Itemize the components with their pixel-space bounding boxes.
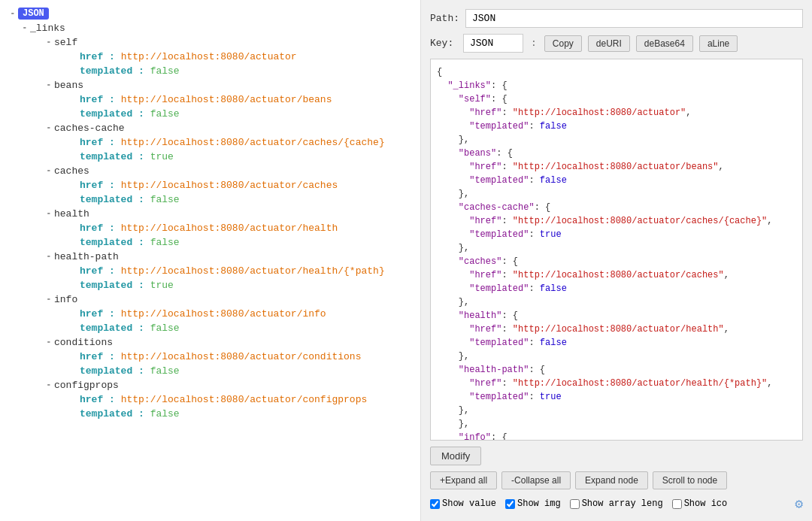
caches-cache-row[interactable]: ⁃ caches-cache — [41, 121, 420, 135]
root-label: JSON — [18, 8, 49, 20]
caches-href-key: href : — [80, 180, 115, 191]
conditions-label: conditions — [54, 337, 113, 348]
conditions-row[interactable]: ⁃ conditions — [41, 335, 420, 350]
key-input[interactable] — [463, 34, 523, 53]
health-templated-value: false — [150, 237, 180, 248]
conditions-href-value[interactable]: http://localhost:8080/actuator/condition… — [121, 351, 362, 362]
health-href-value[interactable]: http://localhost:8080/actuator/health — [121, 223, 338, 234]
links-row[interactable]: ⁃ _links — [17, 21, 420, 35]
beans-href-row: href : http://localhost:8080/actuator/be… — [77, 92, 420, 107]
health-href-row: href : http://localhost:8080/actuator/he… — [77, 221, 420, 235]
caches-cache-href-value[interactable]: http://localhost:8080/actuator/caches/{c… — [121, 137, 385, 148]
health-path-toggle[interactable]: ⁃ — [44, 252, 54, 262]
health-path-href-row: href : http://localhost:8080/actuator/he… — [77, 264, 420, 278]
configprops-templated-key: templated : — [80, 408, 144, 420]
right-panel: Path: Key: : Copy deURI deBase64 aLine {… — [421, 0, 812, 521]
self-toggle[interactable]: ⁃ — [44, 38, 54, 48]
show-array-leng-checkbox-label[interactable]: Show array leng — [570, 498, 663, 509]
configprops-row[interactable]: ⁃ configprops — [41, 378, 420, 392]
root-toggle[interactable]: ⁃ — [8, 8, 18, 19]
self-href-key: href : — [80, 51, 115, 62]
info-row[interactable]: ⁃ info — [41, 292, 420, 307]
show-ico-checkbox[interactable] — [672, 499, 682, 509]
show-array-leng-label: Show array leng — [582, 498, 663, 509]
health-path-href-value[interactable]: http://localhost:8080/actuator/health/{*… — [121, 265, 385, 277]
health-label: health — [54, 208, 89, 220]
caches-templated-value: false — [150, 194, 180, 205]
aline-button[interactable]: aLine — [699, 35, 738, 52]
key-label: Key: — [430, 38, 457, 49]
show-img-checkbox[interactable] — [505, 499, 515, 509]
expand-all-button[interactable]: +Expand all — [430, 471, 497, 489]
health-href-key: href : — [80, 223, 115, 234]
path-input[interactable] — [465, 9, 803, 28]
info-href-value[interactable]: http://localhost:8080/actuator/info — [121, 308, 326, 320]
health-row[interactable]: ⁃ health — [41, 207, 420, 221]
key-row: Key: : Copy deURI deBase64 aLine — [430, 34, 803, 53]
health-path-href-key: href : — [80, 265, 115, 277]
configprops-href-row: href : http://localhost:8080/actuator/co… — [77, 392, 420, 407]
beans-row[interactable]: ⁃ beans — [41, 78, 420, 92]
settings-icon[interactable]: ⚙ — [795, 495, 803, 512]
caches-row[interactable]: ⁃ caches — [41, 164, 420, 178]
health-path-templated-value: true — [150, 280, 174, 291]
health-templated-row: templated : false — [77, 235, 420, 250]
health-path-templated-row: templated : true — [77, 278, 420, 292]
show-ico-checkbox-label[interactable]: Show ico — [672, 498, 728, 509]
caches-cache-label: caches-cache — [54, 123, 125, 134]
collapse-all-button[interactable]: -Collapse all — [501, 471, 571, 489]
show-value-label: Show value — [442, 498, 496, 509]
caches-cache-templated-key: templated : — [80, 151, 144, 162]
caches-label: caches — [54, 165, 89, 177]
configprops-toggle[interactable]: ⁃ — [44, 380, 54, 391]
show-array-leng-checkbox[interactable] — [570, 499, 580, 509]
caches-href-value[interactable]: http://localhost:8080/actuator/caches — [121, 180, 338, 191]
health-path-row[interactable]: ⁃ health-path — [41, 250, 420, 264]
conditions-toggle[interactable]: ⁃ — [44, 338, 54, 348]
show-img-label: Show img — [517, 498, 561, 509]
tree-panel: ⁃ JSON ⁃ _links ⁃ self href : http:// — [0, 0, 421, 521]
caches-href-row: href : http://localhost:8080/actuator/ca… — [77, 178, 420, 192]
configprops-templated-value: false — [150, 408, 180, 420]
configprops-href-value[interactable]: http://localhost:8080/actuator/configpro… — [121, 394, 368, 405]
conditions-templated-value: false — [150, 365, 180, 377]
links-toggle[interactable]: ⁃ — [20, 23, 30, 34]
configprops-href-key: href : — [80, 394, 115, 405]
conditions-href-key: href : — [80, 351, 115, 362]
show-value-checkbox[interactable] — [430, 499, 440, 509]
copy-button[interactable]: Copy — [544, 35, 582, 52]
info-href-row: href : http://localhost:8080/actuator/in… — [77, 307, 420, 321]
self-href-value[interactable]: http://localhost:8080/actuator — [121, 51, 297, 62]
info-templated-value: false — [150, 323, 180, 334]
self-templated-value: false — [150, 65, 180, 77]
scroll-node-button[interactable]: Scroll to node — [653, 471, 727, 489]
modify-button[interactable]: Modify — [430, 447, 481, 465]
conditions-templated-key: templated : — [80, 365, 144, 377]
beans-templated-row: templated : false — [77, 107, 420, 121]
bottom-buttons: +Expand all -Collapse all Expand node Sc… — [430, 471, 803, 489]
show-value-checkbox-label[interactable]: Show value — [430, 498, 496, 509]
caches-cache-templated-value: true — [150, 151, 174, 162]
beans-templated-value: false — [150, 108, 180, 120]
caches-cache-href-row: href : http://localhost:8080/actuator/ca… — [77, 135, 420, 150]
beans-href-value[interactable]: http://localhost:8080/actuator/beans — [121, 94, 332, 105]
expand-node-button[interactable]: Expand node — [575, 471, 648, 489]
checkbox-row: Show value Show img Show array leng Show… — [430, 495, 803, 512]
beans-href-key: href : — [80, 94, 115, 105]
self-row[interactable]: ⁃ self — [41, 35, 420, 50]
health-path-templated-key: templated : — [80, 280, 144, 291]
show-img-checkbox-label[interactable]: Show img — [505, 498, 561, 509]
tree-root-row[interactable]: ⁃ JSON — [5, 6, 420, 21]
health-toggle[interactable]: ⁃ — [44, 209, 54, 220]
beans-toggle[interactable]: ⁃ — [44, 80, 54, 91]
info-toggle[interactable]: ⁃ — [44, 295, 54, 305]
caches-cache-toggle[interactable]: ⁃ — [44, 123, 54, 134]
colon-separator: : — [531, 38, 537, 49]
beans-label: beans — [54, 80, 83, 91]
deuri-button[interactable]: deURI — [588, 35, 630, 52]
self-href-row: href : http://localhost:8080/actuator — [77, 50, 420, 64]
configprops-label: configprops — [54, 380, 119, 391]
conditions-templated-row: templated : false — [77, 364, 420, 378]
debase64-button[interactable]: deBase64 — [636, 35, 693, 52]
caches-toggle[interactable]: ⁃ — [44, 166, 54, 177]
